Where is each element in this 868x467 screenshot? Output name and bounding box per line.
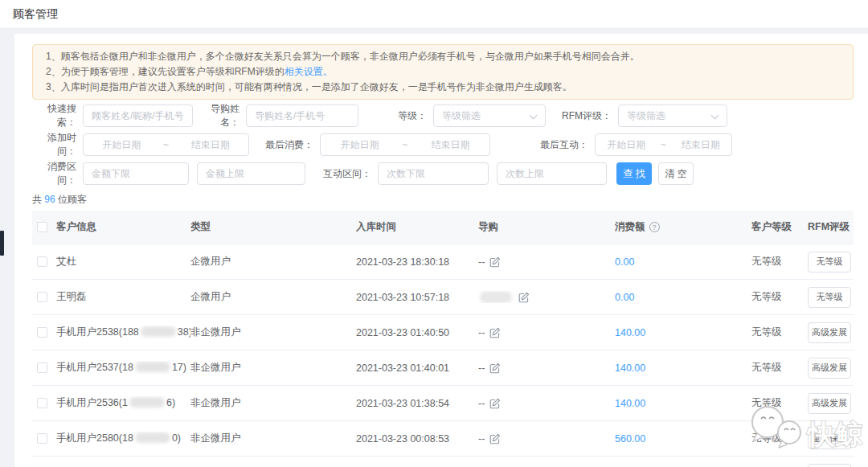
edit-icon[interactable] — [489, 398, 501, 409]
header-guide: 导购 — [478, 220, 615, 234]
redacted-text — [135, 362, 170, 372]
table-row: 手机用户2537(1817)非企微用户2021-03-23 01:40:01--… — [32, 350, 854, 386]
redacted-text — [141, 326, 176, 337]
row-checkbox[interactable] — [37, 433, 47, 444]
interact-max-input[interactable] — [497, 162, 607, 185]
customer-type: 非企微用户 — [190, 326, 241, 339]
consume-min-input[interactable] — [83, 162, 189, 185]
help-icon[interactable]: ? — [649, 222, 660, 232]
rfm-badge[interactable] — [808, 464, 851, 467]
left-scrollbar-thumb[interactable] — [0, 231, 4, 256]
rfm-badge[interactable]: 无等级 — [808, 287, 851, 308]
consume-amount-link[interactable]: 140.00 — [615, 327, 645, 338]
rfm-badge[interactable]: 无等级 — [808, 252, 851, 272]
customer-type: 非企微用户 — [190, 432, 241, 445]
customer-level: 无等级 — [751, 290, 782, 304]
last-consume-range[interactable]: 开始日期~结束日期 — [320, 133, 490, 156]
consume-amount-link[interactable]: 0.00 — [615, 292, 634, 303]
customer-count: 共 96 位顾客 — [32, 193, 854, 206]
rfm-badge[interactable]: 重要保持 — [808, 428, 851, 449]
select-all-checkbox[interactable] — [37, 222, 47, 232]
table-header: 客户信息 类型 入库时间 导购 消费额 ? 客户等级 RFM评级 — [32, 211, 854, 244]
edit-icon[interactable] — [489, 433, 501, 444]
table-row: 王明磊企微用户2021-03-23 10:57:180.00无等级无等级 — [32, 280, 854, 315]
page-header: 顾客管理 — [0, 0, 868, 29]
customer-name: 艾杜 — [56, 255, 76, 268]
customer-name: 王明磊 — [56, 290, 87, 304]
count-value: 96 — [44, 194, 55, 205]
search-button[interactable]: 查 找 — [616, 162, 652, 185]
table-row: 手机用户2538(18838)非企微用户2021-03-23 01:40:50-… — [32, 315, 854, 350]
header-level: 客户等级 — [751, 220, 808, 234]
redacted-text — [135, 432, 170, 443]
customer-name: 手机用户2537(1817) — [56, 361, 186, 375]
header-type: 类型 — [190, 220, 356, 234]
level-select[interactable]: 等级筛选 — [433, 104, 546, 127]
edit-icon[interactable] — [489, 327, 501, 338]
add-time-range[interactable]: 开始日期~结束日期 — [83, 133, 249, 156]
filter-row-3: 消费区间： 互动区间： 查 找 清 空 — [32, 162, 854, 185]
header-customer-info: 客户信息 — [56, 220, 190, 234]
customer-name: 手机用户2538(18838) — [56, 326, 190, 339]
table-row: 手机用户2536(16)非企微用户2021-03-23 01:38:54--14… — [32, 386, 854, 421]
notice-line-3: 3、入库时间是指用户首次进入系统的时间，可能有两种情况，一是添加了企微好友，一是… — [46, 80, 840, 95]
customer-level: 无等级 — [751, 361, 782, 375]
edit-icon[interactable] — [518, 292, 530, 303]
consume-max-input[interactable] — [197, 162, 305, 185]
last-interact-label: 最后互动： — [490, 138, 595, 152]
customer-name: 手机用户2536(16) — [56, 396, 175, 410]
customer-level: 无等级 — [751, 432, 782, 445]
customer-table: 客户信息 类型 入库时间 导购 消费额 ? 客户等级 RFM评级 艾杜企微用户2… — [32, 211, 854, 467]
level-label: 等级： — [358, 109, 433, 123]
rfm-select[interactable]: 等级筛选 — [618, 104, 727, 127]
stored-time: 2021-03-23 00:08:53 — [356, 433, 449, 444]
edit-icon[interactable] — [489, 256, 501, 268]
stored-time: 2021-03-23 18:30:18 — [356, 256, 449, 268]
customer-type: 企微用户 — [190, 290, 231, 304]
guide-name: -- — [478, 363, 485, 374]
row-checkbox[interactable] — [37, 256, 47, 267]
interact-range-label: 互动区间： — [305, 167, 378, 181]
customer-type: 企微用户 — [190, 255, 231, 268]
quick-search-input[interactable] — [83, 104, 193, 127]
header-stored-time: 入库时间 — [356, 220, 478, 234]
quick-search-label: 快速搜索： — [32, 102, 83, 129]
clear-button[interactable]: 清 空 — [658, 162, 694, 185]
header-amount: 消费额 ? — [615, 220, 751, 234]
row-checkbox[interactable] — [37, 363, 47, 373]
guide-name-input[interactable] — [246, 104, 358, 127]
chevron-down-icon — [711, 112, 719, 120]
consume-amount-link[interactable]: 140.00 — [615, 398, 645, 409]
consume-amount-link[interactable]: 140.00 — [615, 363, 645, 374]
consume-amount-link[interactable]: 560.00 — [615, 433, 645, 444]
row-checkbox[interactable] — [37, 292, 47, 302]
row-checkbox[interactable] — [37, 398, 47, 408]
redacted-text — [480, 291, 512, 303]
table-body: 艾杜企微用户2021-03-23 18:30:18--0.00无等级无等级王明磊… — [32, 244, 854, 467]
rfm-badge[interactable]: 高级发展 — [808, 322, 851, 343]
table-row: 手机用户2580(180)非企微用户2021-03-23 00:08:53--5… — [32, 421, 854, 457]
settings-link[interactable]: 相关设置。 — [285, 66, 333, 77]
guide-name: -- — [478, 433, 485, 444]
filter-row-2: 添加时间： 开始日期~结束日期 最后消费： 开始日期~结束日期 最后互动： 开始… — [32, 133, 854, 156]
rfm-badge[interactable]: 高级发展 — [808, 393, 851, 414]
last-consume-label: 最后消费： — [249, 138, 320, 152]
add-time-label: 添加时间： — [32, 131, 83, 158]
chevron-down-icon — [530, 112, 538, 120]
last-interact-range[interactable]: 开始日期~结束日期 — [595, 133, 732, 156]
interact-min-input[interactable] — [378, 162, 489, 185]
stored-time: 2021-03-23 10:57:18 — [356, 292, 449, 303]
consume-amount-link[interactable]: 0.00 — [615, 256, 634, 268]
redacted-text — [129, 397, 165, 408]
guide-name: -- — [478, 256, 485, 268]
guide-name-label: 导购姓名： — [193, 102, 246, 129]
customer-level: 无等级 — [751, 396, 782, 410]
notice-box: 1、顾客包括企微用户和非企微用户，多个企微好友关系只会算为一个顾客，非企微用户必… — [32, 44, 854, 100]
rfm-badge[interactable]: 高级发展 — [808, 358, 851, 379]
edit-icon[interactable] — [489, 363, 501, 374]
guide-name: -- — [478, 398, 485, 409]
customer-type: 非企微用户 — [190, 396, 241, 410]
row-checkbox[interactable] — [37, 327, 47, 338]
table-row — [32, 457, 854, 467]
rfm-label: RFM评级： — [546, 109, 618, 123]
